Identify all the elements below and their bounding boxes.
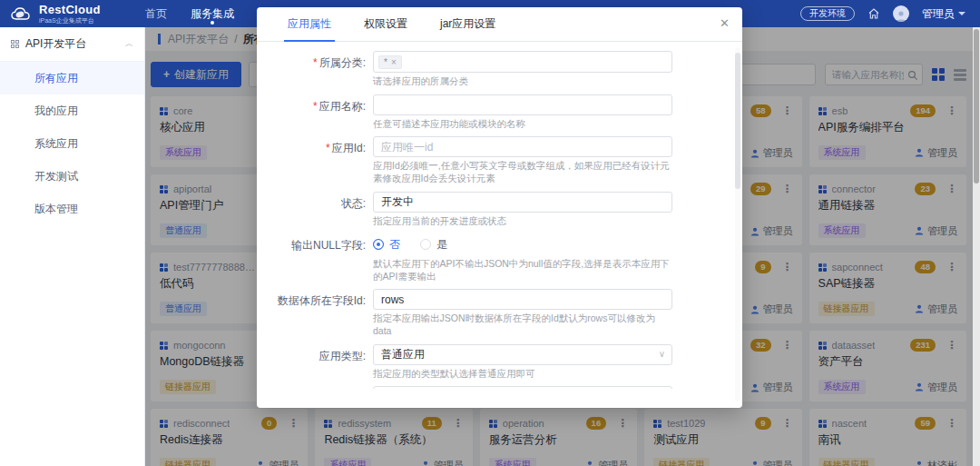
home-icon[interactable] xyxy=(867,7,880,20)
field-status: 状态: 指定应用当前的开发进度或状态 xyxy=(257,192,742,233)
modal-tabs: 应用属性 权限设置 jar应用设置 xyxy=(257,7,742,42)
radio-dot xyxy=(420,239,431,250)
close-icon[interactable]: ✕ xyxy=(720,16,730,30)
data-field-id-label: 数据体所在字段Id: xyxy=(257,289,373,342)
category-chip: * × xyxy=(378,55,402,69)
brand[interactable]: RestCloud iPaaS企业集成平台 xyxy=(0,4,136,24)
brand-subtitle: iPaaS企业集成平台 xyxy=(39,17,101,24)
app-intro-label: 应用介绍: xyxy=(257,386,373,389)
category-tags-input[interactable]: * × xyxy=(373,51,672,73)
page-scrollbar[interactable] xyxy=(973,27,980,466)
chip-remove-icon[interactable]: × xyxy=(391,57,397,67)
field-app-name: *应用名称: 任意可描述本应用功能或模块的名称 xyxy=(257,94,742,136)
field-output-null: 输出NULL字段: 否 是 默认本应用下的API不输出JSON中为null值的字… xyxy=(257,233,742,288)
data-field-id-help: 指定本应用输出JSON时数据体所在字段的Id默认为rows可以修改为data xyxy=(373,312,672,337)
nav-item-service-integration[interactable]: 服务集成 xyxy=(191,0,234,27)
radio-dot xyxy=(373,239,384,250)
tab-permission-settings[interactable]: 权限设置 xyxy=(348,16,424,41)
cloud-logo-icon xyxy=(11,7,33,21)
user-name-label: 管理员 xyxy=(922,6,955,22)
env-badge[interactable]: 开发环境 xyxy=(800,6,855,21)
field-category: *所属分类: * × 请选择应用的所属分类 xyxy=(257,51,742,94)
app-id-help: 应用Id必须唯一,任意小写英文字母或数字组成，如果应用已经有设计元素修改应用Id… xyxy=(373,160,672,184)
field-app-type: 应用类型: ∨ 指定应用的类型默认选择普通应用即可 xyxy=(257,344,742,386)
sidebar-header[interactable]: API开发平台 ︿ xyxy=(0,27,144,62)
output-null-help: 默认本应用下的API不输出JSON中为null值的字段,选择是表示本应用下的AP… xyxy=(373,258,672,283)
app-properties-modal: ✕ 应用属性 权限设置 jar应用设置 *所属分类: * × 请选择应用的所属分… xyxy=(257,7,742,408)
app-form: *所属分类: * × 请选择应用的所属分类 *应用名称: 任意可描述本应用功能或… xyxy=(257,42,742,389)
modal-scrollbar[interactable] xyxy=(735,47,740,402)
radio-yes[interactable]: 是 xyxy=(420,237,447,253)
output-null-label: 输出NULL字段: xyxy=(257,233,373,288)
app-type-select[interactable] xyxy=(373,344,672,365)
data-field-id-input[interactable] xyxy=(373,289,672,310)
avatar[interactable] xyxy=(893,5,909,22)
status-input[interactable] xyxy=(373,192,672,213)
sidebar-item-dev-test[interactable]: 开发测试 xyxy=(0,160,144,193)
field-data-field-id: 数据体所在字段Id: 指定本应用输出JSON时数据体所在字段的Id默认为rows… xyxy=(257,289,742,342)
brand-name: RestCloud xyxy=(39,4,101,15)
app-name-help: 任意可描述本应用功能或模块的名称 xyxy=(373,118,672,131)
chevron-down-icon: ∨ xyxy=(659,349,665,359)
sidebar-item-system-apps[interactable]: 系统应用 xyxy=(0,127,144,160)
category-label: 所属分类: xyxy=(319,56,366,69)
sidebar-item-my-apps[interactable]: 我的应用 xyxy=(0,94,144,127)
app-type-label: 应用类型: xyxy=(257,344,373,386)
nav-item-home[interactable]: 首页 xyxy=(145,0,167,27)
app-root: RestCloud iPaaS企业集成平台 首页 服务集成 数据集成 开发环境 … xyxy=(0,0,980,466)
field-app-id: *应用Id: 应用Id必须唯一,任意小写英文字母或数字组成，如果应用已经有设计元… xyxy=(257,136,742,190)
app-id-input[interactable] xyxy=(373,136,672,157)
sidebar-title: API开发平台 xyxy=(25,36,86,52)
sidebar-item-all-apps[interactable]: 所有应用 xyxy=(0,62,144,94)
tab-app-properties[interactable]: 应用属性 xyxy=(271,16,348,41)
status-help: 指定应用当前的开发进度或状态 xyxy=(373,215,672,228)
app-id-label: 应用Id: xyxy=(332,142,366,154)
tab-jar-settings[interactable]: jar应用设置 xyxy=(424,16,512,41)
user-menu[interactable]: 管理员 xyxy=(922,6,965,22)
app-name-input[interactable] xyxy=(373,94,672,115)
app-intro-textarea[interactable] xyxy=(373,386,672,389)
radio-no[interactable]: 否 xyxy=(373,237,400,253)
collapse-icon[interactable]: ︿ xyxy=(125,38,133,50)
category-help: 请选择应用的所属分类 xyxy=(373,75,672,88)
status-label: 状态: xyxy=(257,192,373,233)
caret-down-icon xyxy=(958,12,965,15)
sidebar-item-version-mgmt[interactable]: 版本管理 xyxy=(0,193,144,225)
app-type-help: 指定应用的类型默认选择普通应用即可 xyxy=(373,368,672,381)
field-app-intro: 应用介绍: xyxy=(257,386,742,389)
module-grid-icon xyxy=(11,40,19,48)
app-name-label: 应用名称: xyxy=(319,100,366,113)
sidebar: API开发平台 ︿ 所有应用 我的应用 系统应用 开发测试 版本管理 xyxy=(0,27,145,466)
nav-right: 开发环境 管理员 xyxy=(800,5,980,22)
